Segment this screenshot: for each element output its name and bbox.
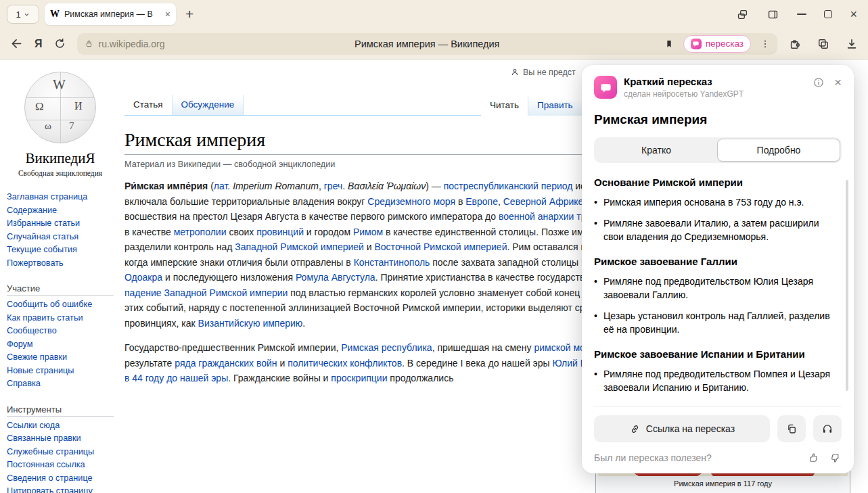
tab-groups-icon[interactable] [736,8,749,21]
window-minimize-button[interactable] [797,14,806,15]
sidebar-link[interactable]: Как править статьи [7,312,114,325]
sidebar-link[interactable]: Избранные статьи [7,217,114,231]
link-icon [629,423,641,435]
wiki-link[interactable]: провинций [256,227,304,237]
divider [7,416,114,417]
article-text: . [302,318,305,329]
sidebar-toggle-icon[interactable] [767,8,779,21]
window-close-button[interactable]: × [850,8,857,20]
wiki-link[interactable]: Восточной Римской империей [375,241,507,252]
sidebar-link[interactable]: Заглавная страница [7,191,114,204]
sidebar-link[interactable]: Сведения о странице [7,472,114,486]
browser-menu-icon[interactable] [760,39,771,49]
wiki-link[interactable]: проскрипции [331,373,387,383]
sidebar-link[interactable]: Справка [7,377,114,391]
wiki-link[interactable]: Византийскую империю [198,318,303,329]
wiki-link[interactable]: Константинополь [354,257,430,268]
wiki-link[interactable]: Средиземного моря [367,196,455,207]
wiki-link[interactable]: Римом [353,227,383,237]
user-status-link[interactable]: Вы не предст [510,68,576,77]
panel-close-icon[interactable]: × [834,76,842,89]
sidebar-link[interactable]: Пожертвовать [7,257,114,271]
summary-tab-active[interactable]: Подробно [717,139,840,162]
sidebar-link[interactable]: Форум [7,338,114,352]
browser-toolbar: Я ru.wikipedia.org Римская империя — Вик… [0,28,868,60]
sidebar-link[interactable]: Сообщество [7,325,114,338]
address-bar[interactable]: ru.wikipedia.org Римская империя — Викип… [77,33,778,55]
bullet-text: Римляне завоевали Италию, а затем расшир… [603,216,836,243]
window-maximize-button[interactable] [824,10,832,18]
summary-bullet: •Римляне завоевали Италию, а затем расши… [594,216,836,243]
article-text: и городом [304,227,353,237]
sidebar-link[interactable]: Случайная статья [7,231,114,244]
logo-glyph: 7 [69,120,74,132]
wiki-link[interactable]: ряда гражданских войн [175,358,277,369]
sidebar-link[interactable]: Служебные страницы [7,446,114,459]
url-domain: ru.wikipedia.org [99,39,165,49]
wiki-link[interactable]: постреспубликанский период [444,181,573,191]
sidebar-link[interactable]: Ссылки сюда [7,419,114,433]
wiki-tab[interactable]: Читать [481,95,528,116]
summary-tab-inactive[interactable]: Кратко [595,139,717,162]
summary-bullet: •Римляне под предводительством Помпея и … [594,367,836,394]
wiki-tab[interactable]: Обсуждение [173,95,244,115]
sidebar-link[interactable]: Содержание [7,204,114,218]
wiki-link[interactable]: Западной Римской империей [235,241,364,252]
article-text: , [319,181,324,191]
tab-counter-dropdown[interactable]: 1 [7,5,39,24]
thumbs-down-icon[interactable] [829,452,842,464]
wiki-link[interactable]: Европе [465,196,498,207]
sidebar-link[interactable]: Постоянная ссылка [7,459,114,472]
wikipedia-tagline: Свободная энциклопедия [7,169,114,177]
collections-icon[interactable] [817,37,830,51]
wiki-link[interactable]: Ромула Августула [296,272,375,283]
wiki-link[interactable]: лат. [214,181,230,191]
tab-close-icon[interactable]: × [165,9,170,19]
refresh-button[interactable] [53,37,66,50]
article-text: продолжались [387,373,453,383]
wiki-link[interactable]: метрополии [174,227,227,237]
wiki-link[interactable]: Северной Африке [503,196,584,207]
bullet-dot: • [594,367,597,394]
extensions-icon[interactable] [788,37,802,51]
thumbs-up-icon[interactable] [807,452,819,464]
wiki-tab[interactable]: Править [528,95,583,116]
sidebar-link[interactable]: Цитировать страницу [7,485,114,493]
panel-scrollbar[interactable] [846,180,848,391]
wiki-link[interactable]: падение Западной Римской империи [124,287,288,298]
sidebar-link[interactable]: Новые страницы [7,365,114,378]
wikipedia-logo[interactable]: W Ω И ω 7 [24,72,96,143]
wiki-link[interactable]: Римская республика [341,342,432,353]
new-tab-button[interactable]: + [181,6,198,22]
bookmark-icon[interactable] [664,39,675,49]
sidebar-link[interactable]: Свежие правки [7,351,114,365]
panel-title: Краткий пересказ [624,76,806,87]
summary-link-button[interactable]: Ссылка на пересказ [594,415,770,442]
downloads-icon[interactable] [845,37,859,51]
wiki-link[interactable]: политических конфликтов [288,358,402,369]
listen-summary-button[interactable] [813,415,842,442]
yandexgpt-icon [594,76,617,99]
back-button[interactable] [9,37,24,51]
article-text: , пришедшая на смену [432,342,534,353]
panel-actions: Ссылка на пересказ [594,406,842,442]
article-text: . В середине I века до нашей эры [402,358,552,369]
article-text: Imperium Romanum [233,181,319,191]
wiki-link[interactable]: Одоакра [124,272,162,283]
summarize-button[interactable]: пересказ [683,35,751,53]
sidebar-section-title: Инструменты [7,404,114,415]
wikipedia-wordmark[interactable]: ВикипедиЯ [7,150,114,167]
browser-tab[interactable]: W Римская империя — В × [45,3,176,25]
info-icon[interactable] [813,76,825,89]
sidebar-link[interactable]: Связанные правки [7,432,114,446]
sidebar-tools-group: Инструменты Ссылки сюдаСвязанные правкиС… [7,404,114,493]
summary-link-label: Ссылка на пересказ [646,423,735,434]
bullet-dot: • [594,216,597,243]
copy-summary-button[interactable] [777,415,806,442]
sidebar-link[interactable]: Сообщить об ошибке [7,298,114,312]
wiki-tab[interactable]: Статья [124,95,173,115]
yandex-home-button[interactable]: Я [35,38,43,50]
wiki-link[interactable]: греч. [324,181,345,191]
sidebar-link[interactable]: Текущие события [7,243,114,257]
summary-sections: Основание Римской империи•Римская импери… [594,164,842,406]
